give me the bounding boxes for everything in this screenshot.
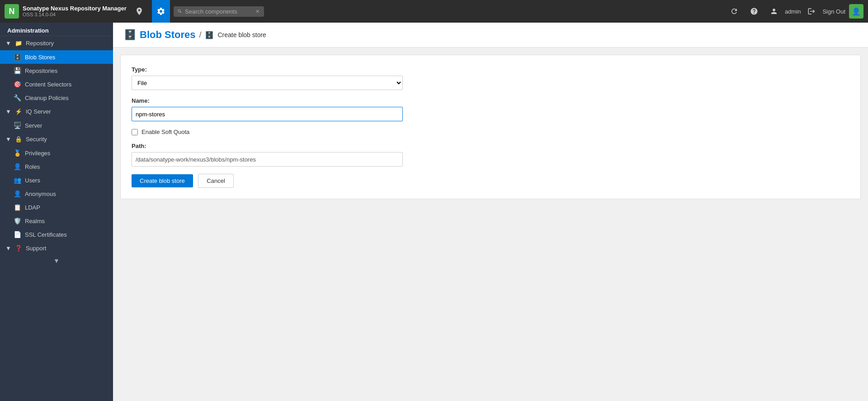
cancel-button[interactable]: Cancel (198, 174, 233, 188)
search-icon (177, 8, 182, 14)
ssl-certificates-icon: 📄 (14, 231, 21, 238)
sidebar: Administration ▼ 📁 Repository 🗄️ Blob St… (0, 23, 113, 401)
sidebar-group-repository-label: Repository (26, 40, 54, 47)
arrow-down-icon-support: ▼ (5, 245, 11, 252)
sidebar-item-repositories-label: Repositories (25, 67, 57, 74)
iq-server-icon: ⚡ (15, 108, 22, 115)
name-input[interactable] (132, 107, 403, 121)
help-btn[interactable] (745, 0, 763, 23)
sidebar-item-content-selectors-label: Content Selectors (25, 81, 71, 88)
refresh-btn[interactable] (725, 0, 743, 23)
sidebar-item-repositories[interactable]: 💾 Repositories (0, 64, 113, 77)
signout-icon-btn[interactable] (802, 0, 821, 23)
type-label: Type: (132, 66, 849, 73)
sidebar-item-blob-stores-label: Blob Stores (25, 54, 55, 61)
ldap-icon: 📋 (14, 204, 21, 211)
sidebar-item-server[interactable]: 🖥️ Server (0, 119, 113, 132)
server-icon: 🖥️ (14, 122, 21, 129)
sidebar-item-cleanup-policies[interactable]: 🔧 Cleanup Policies (0, 91, 113, 105)
blob-stores-icon: 🗄️ (14, 53, 21, 61)
user-icon-btn[interactable] (765, 0, 783, 23)
navbar-right: admin Sign Out 👤 (725, 0, 863, 23)
type-select[interactable]: File (132, 76, 403, 90)
navbar: N Sonatype Nexus Repository Manager OSS … (0, 0, 868, 23)
repository-folder-icon: 📁 (15, 40, 22, 47)
settings-icon-btn[interactable] (152, 0, 170, 23)
privileges-icon: 🏅 (14, 149, 21, 157)
sidebar-group-support[interactable]: ▼ ❓ Support (0, 241, 113, 255)
sidebar-group-security-label: Security (26, 136, 47, 143)
arrow-down-icon: ▼ (5, 40, 11, 47)
sidebar-item-privileges[interactable]: 🏅 Privileges (0, 146, 113, 160)
sidebar-item-content-selectors[interactable]: 🎯 Content Selectors (0, 77, 113, 91)
sidebar-scroll-down[interactable]: ▼ (0, 255, 113, 266)
sidebar-item-roles-label: Roles (25, 163, 40, 170)
path-input (132, 152, 403, 167)
sidebar-group-iq-server[interactable]: ▼ ⚡ IQ Server (0, 105, 113, 119)
sidebar-item-users-label: Users (25, 177, 40, 184)
sidebar-item-realms[interactable]: 🛡️ Realms (0, 214, 113, 228)
sidebar-item-ldap[interactable]: 📋 LDAP (0, 200, 113, 214)
sidebar-item-ssl-certificates[interactable]: 📄 SSL Certificates (0, 228, 113, 241)
type-group: Type: File (132, 66, 849, 90)
name-label: Name: (132, 97, 849, 104)
page-title: Blob Stores (140, 29, 195, 41)
soft-quota-label: Enable Soft Quota (142, 129, 189, 135)
search-clear-icon[interactable] (255, 8, 260, 14)
sidebar-item-privileges-label: Privileges (25, 150, 50, 157)
soft-quota-checkbox[interactable] (132, 129, 138, 135)
sidebar-item-ldap-label: LDAP (25, 204, 40, 211)
sidebar-group-security[interactable]: ▼ 🔒 Security (0, 132, 113, 146)
users-icon: 👥 (14, 177, 21, 184)
soft-quota-row: Enable Soft Quota (132, 129, 849, 135)
sidebar-admin-header: Administration (0, 23, 113, 36)
create-blob-store-form: Type: File Name: Enable Soft Quota Path: (120, 55, 861, 199)
username-label: admin (785, 8, 801, 15)
sidebar-item-blob-stores[interactable]: 🗄️ Blob Stores (0, 50, 113, 64)
create-blob-store-button[interactable]: Create blob store (132, 174, 193, 187)
search-bar (174, 6, 264, 17)
roles-icon: 👤 (14, 163, 21, 170)
main-content: 🗄️ Blob Stores / 🗄️ Create blob store Ty… (113, 23, 868, 401)
sidebar-item-ssl-certificates-label: SSL Certificates (25, 231, 67, 238)
security-lock-icon: 🔒 (15, 136, 22, 143)
sidebar-group-repository[interactable]: ▼ 📁 Repository (0, 36, 113, 50)
blob-stores-page-icon: 🗄️ (124, 29, 136, 41)
sidebar-group-iq-server-label: IQ Server (26, 108, 51, 115)
anonymous-icon: 👤 (14, 190, 21, 197)
sidebar-item-cleanup-policies-label: Cleanup Policies (25, 95, 69, 101)
sidebar-item-users[interactable]: 👥 Users (0, 173, 113, 187)
breadcrumb-separator: / (199, 30, 201, 40)
search-input[interactable] (185, 8, 252, 15)
app-brand: N Sonatype Nexus Repository Manager OSS … (5, 4, 127, 19)
sign-out-label[interactable]: Sign Out (822, 8, 845, 15)
app-title: Sonatype Nexus Repository Manager OSS 3.… (23, 5, 127, 18)
browse-icon-btn[interactable] (130, 0, 148, 23)
form-actions: Create blob store Cancel (132, 174, 849, 188)
breadcrumb-label: Create blob store (217, 31, 266, 38)
page-header: 🗄️ Blob Stores / 🗄️ Create blob store (113, 23, 868, 48)
sidebar-item-server-label: Server (25, 122, 42, 129)
app-name: Sonatype Nexus Repository Manager (23, 5, 127, 12)
support-icon: ❓ (15, 245, 22, 252)
app-version: OSS 3.14.0-04 (23, 12, 127, 18)
user-avatar: 👤 (849, 4, 863, 19)
sidebar-item-roles[interactable]: 👤 Roles (0, 160, 113, 173)
sidebar-item-realms-label: Realms (25, 218, 45, 224)
sidebar-item-anonymous-label: Anonymous (25, 191, 56, 197)
name-group: Name: (132, 97, 849, 121)
path-label: Path: (132, 143, 849, 149)
content-selectors-icon: 🎯 (14, 81, 21, 88)
main-layout: Administration ▼ 📁 Repository 🗄️ Blob St… (0, 23, 868, 401)
cleanup-policies-icon: 🔧 (14, 94, 21, 101)
repositories-icon: 💾 (14, 67, 21, 74)
path-group: Path: (132, 143, 849, 167)
sidebar-group-support-label: Support (26, 245, 47, 252)
create-blob-icon: 🗄️ (205, 31, 214, 39)
realms-icon: 🛡️ (14, 217, 21, 224)
arrow-down-icon-iq: ▼ (5, 108, 11, 115)
app-logo: N (5, 4, 19, 19)
arrow-down-icon-security: ▼ (5, 136, 11, 143)
sidebar-item-anonymous[interactable]: 👤 Anonymous (0, 187, 113, 200)
